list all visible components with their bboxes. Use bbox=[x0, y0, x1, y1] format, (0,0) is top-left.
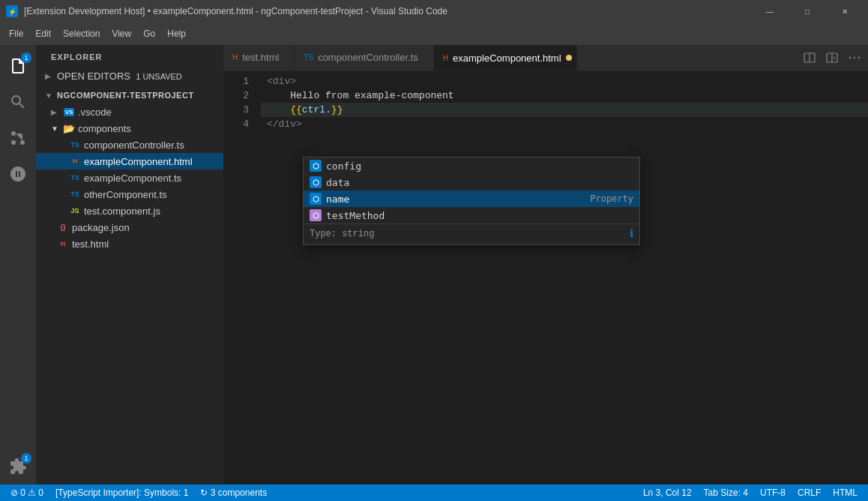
testhtml-tab-icon: H bbox=[232, 53, 238, 62]
config-icon: ⬡ bbox=[310, 160, 322, 172]
status-ts-importer[interactable]: [TypeScript Importer]: Symbols: 1 bbox=[51, 484, 193, 501]
autocomplete-config[interactable]: ⬡ config bbox=[304, 158, 639, 174]
sidebar-item-examplecomponent-html[interactable]: H exampleComponent.html bbox=[36, 153, 223, 170]
code-line-1: <div> bbox=[261, 74, 868, 88]
split-editor-button[interactable] bbox=[799, 47, 820, 68]
more-actions-icon bbox=[849, 52, 861, 64]
line-numbers: 1 2 3 4 bbox=[223, 71, 261, 484]
debug-icon bbox=[9, 165, 27, 183]
sidebar-item-components[interactable]: ▼ 📂 components bbox=[36, 120, 223, 136]
svg-text:⚡: ⚡ bbox=[8, 8, 17, 16]
git-icon bbox=[9, 129, 27, 147]
status-bar: ⊘ 0 ⚠ 0 [TypeScript Importer]: Symbols: … bbox=[0, 484, 868, 501]
menu-edit[interactable]: Edit bbox=[29, 26, 57, 42]
code-area[interactable]: <div> Hello from example-component {{ctr… bbox=[261, 71, 868, 484]
open-editors-label: OPEN EDITORS 1 UNSAVED bbox=[57, 70, 182, 82]
minimize-button[interactable]: — bbox=[753, 0, 787, 22]
data-icon: ⬡ bbox=[310, 176, 322, 188]
explorer-badge: 1 bbox=[21, 52, 31, 63]
examplecomponent-tab-icon: H bbox=[443, 54, 448, 62]
packagejson-icon: {} bbox=[57, 221, 69, 233]
menu-go[interactable]: Go bbox=[137, 26, 161, 42]
tab-bar: H test.html TS componentController.ts H … bbox=[223, 45, 868, 71]
menu-selection[interactable]: Selection bbox=[57, 26, 106, 42]
examplecomponent-ts-icon: TS bbox=[69, 172, 81, 184]
menu-bar: File Edit Selection View Go Help bbox=[0, 22, 868, 45]
sidebar-item-testhtml[interactable]: H test.html bbox=[36, 236, 223, 252]
autocomplete-testmethod[interactable]: ⬡ testMethod bbox=[304, 207, 639, 224]
editor-content[interactable]: 1 2 3 4 <div> Hello from example-compone… bbox=[223, 71, 868, 484]
svg-point-3 bbox=[11, 131, 16, 136]
project-section: ▼ NGCOMPONENT-TESTPROJECT ▶ VS .vscode ▼… bbox=[36, 86, 223, 254]
menu-help[interactable]: Help bbox=[161, 26, 192, 42]
testcomponent-js-icon: JS bbox=[69, 205, 81, 217]
sidebar-item-packagejson[interactable]: {} package.json bbox=[36, 219, 223, 236]
window-title: [Extension Development Host] • exampleCo… bbox=[24, 6, 447, 16]
sidebar-item-componentcontroller[interactable]: TS componentController.ts bbox=[36, 136, 223, 153]
status-encoding[interactable]: UTF-8 bbox=[756, 484, 790, 501]
svg-point-11 bbox=[858, 56, 860, 58]
status-line-ending[interactable]: CRLF bbox=[793, 484, 825, 501]
sidebar-item-vscode[interactable]: ▶ VS .vscode bbox=[36, 104, 223, 120]
svg-point-9 bbox=[849, 56, 851, 58]
editor-area: H test.html TS componentController.ts H … bbox=[223, 45, 868, 484]
sidebar-item-othercomponent[interactable]: TS otherComponent.ts bbox=[36, 186, 223, 202]
close-button[interactable]: ✕ bbox=[828, 0, 862, 22]
svg-point-4 bbox=[11, 140, 16, 145]
project-arrow: ▼ bbox=[45, 92, 57, 100]
componentcontroller-tab-icon: TS bbox=[304, 53, 313, 62]
testmethod-icon: ⬡ bbox=[310, 209, 322, 221]
name-label: name bbox=[326, 192, 585, 206]
svg-point-10 bbox=[854, 56, 855, 58]
config-label: config bbox=[326, 159, 633, 173]
app-icon: ⚡ bbox=[6, 5, 18, 17]
examplecomponent-html-icon: H bbox=[69, 155, 81, 167]
autocomplete-dropdown[interactable]: ⬡ config ⬡ data ⬡ name Property ⬡ test bbox=[303, 157, 640, 245]
status-language[interactable]: HTML bbox=[828, 484, 862, 501]
othercomponent-ts-icon: TS bbox=[69, 188, 81, 200]
sidebar-header: Explorer bbox=[36, 45, 223, 66]
name-icon: ⬡ bbox=[310, 193, 322, 205]
tab-actions bbox=[796, 45, 868, 70]
menu-file[interactable]: File bbox=[3, 26, 29, 42]
sidebar-item-testcomponent-js[interactable]: JS test.component.js bbox=[36, 202, 223, 219]
sidebar: Explorer ▶ OPEN EDITORS 1 UNSAVED ▼ NGCO… bbox=[36, 45, 223, 484]
open-editors-header[interactable]: ▶ OPEN EDITORS 1 UNSAVED bbox=[36, 68, 223, 84]
tab-examplecomponent[interactable]: H exampleComponent.html bbox=[434, 45, 577, 70]
warning-count: ⚠ 0 bbox=[28, 488, 43, 498]
tab-componentcontroller[interactable]: TS componentController.ts bbox=[295, 45, 433, 70]
title-bar: ⚡ [Extension Development Host] • example… bbox=[0, 0, 868, 22]
componentcontroller-ts-icon: TS bbox=[69, 139, 81, 151]
status-tab-size[interactable]: Tab Size: 4 bbox=[699, 484, 753, 501]
activity-search[interactable] bbox=[0, 84, 36, 120]
activity-git[interactable] bbox=[0, 120, 36, 156]
autocomplete-name[interactable]: ⬡ name Property bbox=[304, 190, 639, 207]
split-editor-icon bbox=[804, 52, 816, 64]
open-to-side-button[interactable] bbox=[822, 47, 843, 68]
testhtml-icon: H bbox=[57, 238, 69, 250]
componentcontroller-tab-label: componentController.ts bbox=[318, 52, 418, 63]
status-sync[interactable]: ↻ 3 components bbox=[196, 484, 271, 501]
unsaved-dot bbox=[566, 55, 572, 61]
components-folder-icon: 📂 bbox=[63, 122, 75, 134]
menu-view[interactable]: View bbox=[106, 26, 137, 42]
components-arrow: ▼ bbox=[51, 124, 63, 133]
name-type: Property bbox=[590, 192, 633, 206]
maximize-button[interactable]: □ bbox=[790, 0, 825, 22]
tab-testhtml[interactable]: H test.html bbox=[223, 45, 295, 70]
main-layout: 1 1 Explorer bbox=[0, 45, 868, 484]
activity-debug[interactable] bbox=[0, 156, 36, 192]
more-actions-button[interactable] bbox=[844, 47, 865, 68]
project-header[interactable]: ▼ NGCOMPONENT-TESTPROJECT bbox=[36, 87, 223, 104]
code-line-3: {{ctrl.}} bbox=[261, 103, 868, 117]
autocomplete-detail: Type: string ℹ bbox=[304, 224, 639, 244]
sidebar-item-examplecomponent-ts[interactable]: TS exampleComponent.ts bbox=[36, 170, 223, 186]
status-position[interactable]: Ln 3, Col 12 bbox=[639, 484, 696, 501]
activity-extensions[interactable]: 1 bbox=[0, 448, 36, 484]
testhtml-tab-label: test.html bbox=[242, 52, 279, 63]
activity-explorer[interactable]: 1 bbox=[0, 48, 36, 84]
status-errors[interactable]: ⊘ 0 ⚠ 0 bbox=[6, 484, 48, 501]
data-label: data bbox=[326, 176, 633, 190]
code-line-2: Hello from example-component bbox=[261, 88, 868, 103]
autocomplete-data[interactable]: ⬡ data bbox=[304, 174, 639, 190]
